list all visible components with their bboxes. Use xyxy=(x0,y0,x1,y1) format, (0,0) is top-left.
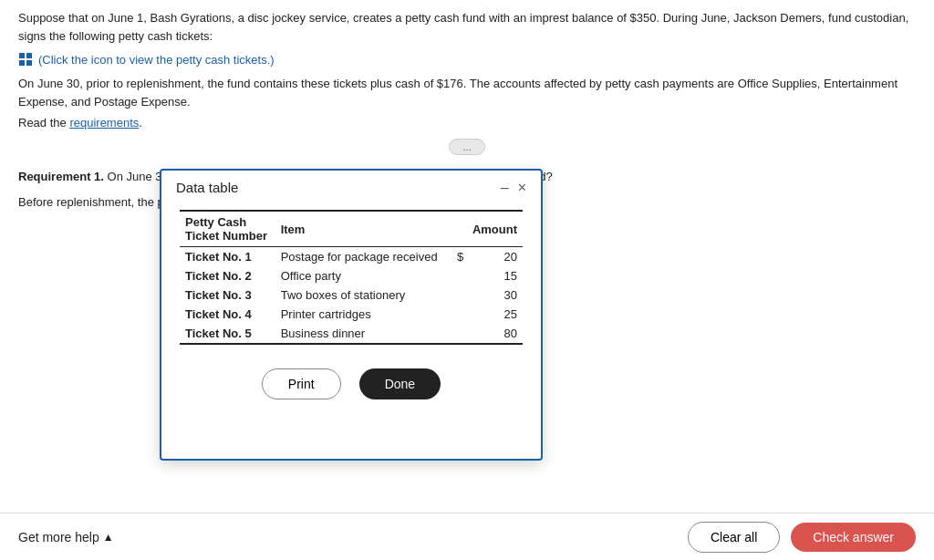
dollar-sign-cell xyxy=(447,285,465,305)
ticket-number-cell: Ticket No. 5 xyxy=(180,324,275,344)
requirement-label: Requirement 1. xyxy=(18,170,104,183)
item-col-header: Item xyxy=(275,211,448,247)
amount-cell: 20 xyxy=(465,247,523,267)
table-row: Ticket No. 4 Printer cartridges 25 xyxy=(180,305,523,324)
modal-controls: – × xyxy=(501,181,526,195)
petty-cash-table: Petty CashTicket Number Item Amount Tick… xyxy=(180,210,523,345)
amount-col-header: Amount xyxy=(465,211,523,247)
done-button[interactable]: Done xyxy=(359,368,441,399)
petty-cash-icon-link[interactable]: (Click the icon to view the petty cash t… xyxy=(18,52,275,67)
bottom-bar: Get more help ▲ Clear all Check answer xyxy=(0,513,934,560)
requirements-link[interactable]: requirements xyxy=(69,116,139,130)
on-june-text: On June 30, prior to replenishment, the … xyxy=(18,75,916,110)
item-cell: Postage for package received xyxy=(275,247,448,267)
get-more-help-arrow: ▲ xyxy=(103,531,114,544)
item-cell: Office party xyxy=(275,266,448,285)
main-content: Suppose that on June 1, Bash Gyrations, … xyxy=(0,0,934,296)
dollar-sign-cell xyxy=(447,305,465,324)
data-table-modal: Data table – × Petty CashTicket Number I… xyxy=(160,169,543,461)
icon-link-label: (Click the icon to view the petty cash t… xyxy=(38,53,275,67)
amount-cell: 25 xyxy=(465,305,523,324)
read-requirements-line: Read the requirements. xyxy=(18,116,916,130)
intro-paragraph: Suppose that on June 1, Bash Gyrations, … xyxy=(18,9,916,45)
amount-cell: 80 xyxy=(465,324,523,344)
check-answer-button[interactable]: Check answer xyxy=(791,523,916,552)
dollar-sign-cell xyxy=(447,266,465,285)
ticket-col-header: Petty CashTicket Number xyxy=(180,211,275,247)
item-cell: Printer cartridges xyxy=(275,305,448,324)
svg-rect-1 xyxy=(26,53,32,58)
print-button[interactable]: Print xyxy=(262,368,341,399)
modal-title: Data table xyxy=(176,180,238,195)
svg-rect-2 xyxy=(19,60,25,66)
more-button[interactable]: ... xyxy=(449,139,485,155)
amount-cell: 15 xyxy=(465,266,523,285)
ticket-number-cell: Ticket No. 4 xyxy=(180,305,275,324)
ticket-number-cell: Ticket No. 2 xyxy=(180,266,275,285)
table-row: Ticket No. 1 Postage for package receive… xyxy=(180,247,523,267)
dollar-col-header xyxy=(447,211,465,247)
minimize-icon[interactable]: – xyxy=(501,181,509,195)
modal-header: Data table – × xyxy=(161,171,541,201)
clear-all-button[interactable]: Clear all xyxy=(688,522,780,553)
modal-body: Petty CashTicket Number Item Amount Tick… xyxy=(161,201,541,354)
get-more-help-label: Get more help xyxy=(18,530,99,544)
item-cell: Two boxes of stationery xyxy=(275,285,448,305)
table-row: Ticket No. 3 Two boxes of stationery 30 xyxy=(180,285,523,305)
dollar-sign-cell: $ xyxy=(447,247,465,267)
get-more-help-button[interactable]: Get more help ▲ xyxy=(18,530,114,544)
amount-cell: 30 xyxy=(465,285,523,305)
table-row: Ticket No. 2 Office party 15 xyxy=(180,266,523,285)
modal-footer: Print Done xyxy=(161,354,541,399)
intro-text: Suppose that on June 1, Bash Gyrations, … xyxy=(18,11,908,43)
svg-rect-3 xyxy=(26,60,32,66)
ticket-number-cell: Ticket No. 3 xyxy=(180,285,275,305)
item-cell: Business dinner xyxy=(275,324,448,344)
close-icon[interactable]: × xyxy=(518,181,526,195)
svg-rect-0 xyxy=(19,53,25,58)
dollar-sign-cell xyxy=(447,324,465,344)
bottom-right-actions: Clear all Check answer xyxy=(688,522,916,553)
grid-icon xyxy=(18,52,33,67)
ticket-number-cell: Ticket No. 1 xyxy=(180,247,275,267)
table-row: Ticket No. 5 Business dinner 80 xyxy=(180,324,523,344)
